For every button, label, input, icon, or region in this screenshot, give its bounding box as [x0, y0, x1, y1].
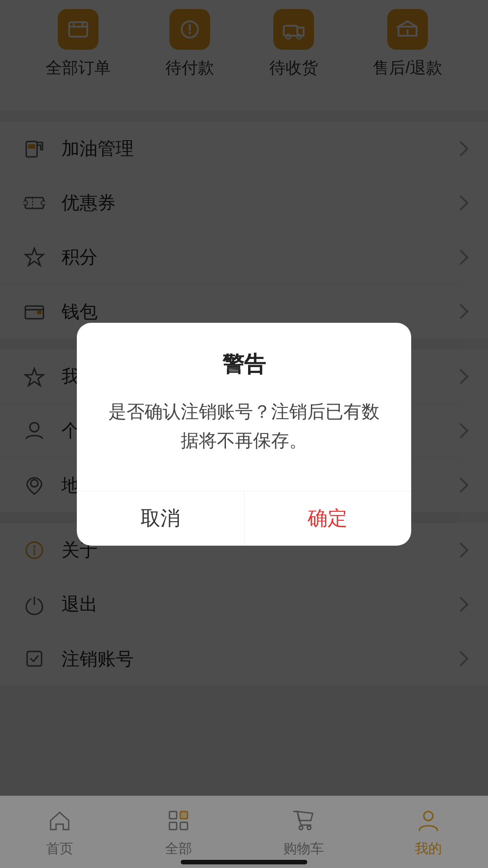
warning-dialog: 警告 是否确认注销账号？注销后已有数据将不再保存。 取消 确定 [77, 323, 411, 546]
dialog-cancel-button[interactable]: 取消 [77, 491, 244, 546]
dialog-actions: 取消 确定 [77, 491, 411, 546]
dialog-title: 警告 [104, 350, 384, 379]
dialog-confirm-button[interactable]: 确定 [244, 491, 412, 546]
dialog-body: 警告 是否确认注销账号？注销后已有数据将不再保存。 [77, 323, 411, 473]
dialog-overlay: 警告 是否确认注销账号？注销后已有数据将不再保存。 取消 确定 [0, 0, 488, 868]
dialog-message: 是否确认注销账号？注销后已有数据将不再保存。 [104, 397, 384, 455]
